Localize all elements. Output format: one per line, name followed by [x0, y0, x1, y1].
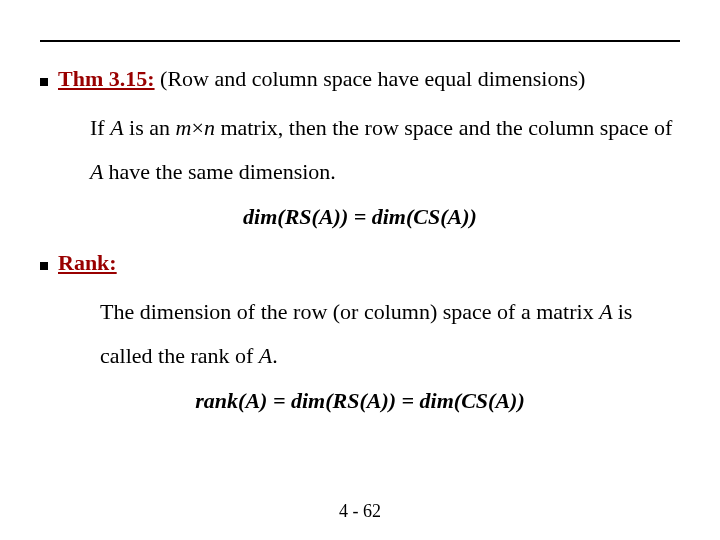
text: is an: [124, 115, 176, 140]
theorem-heading: Thm 3.15: (Row and column space have equ…: [58, 66, 585, 92]
theorem-label: Thm 3.15:: [58, 66, 155, 91]
theorem-heading-row: Thm 3.15: (Row and column space have equ…: [40, 66, 680, 92]
rank-equation: rank(A) = dim(RS(A)) = dim(CS(A)): [40, 388, 680, 414]
text: .: [272, 343, 278, 368]
horizontal-rule: [40, 40, 680, 42]
bullet-icon: [40, 262, 48, 270]
times-symbol: ×: [191, 115, 203, 140]
slide: Thm 3.15: (Row and column space have equ…: [0, 0, 720, 540]
bullet-icon: [40, 78, 48, 86]
text: matrix, then the row space and the colum…: [215, 115, 673, 140]
equation-text: dim(RS(A)) = dim(CS(A)): [243, 204, 477, 229]
theorem-body: If A is an m×n matrix, then the row spac…: [90, 106, 680, 194]
equation-text: rank(A) = dim(RS(A)) = dim(CS(A)): [195, 388, 524, 413]
page-number: 4 - 62: [339, 501, 381, 521]
rank-label: Rank:: [58, 250, 117, 275]
var-A: A: [90, 159, 109, 184]
text: have the same dimension.: [109, 159, 336, 184]
var-n: n: [204, 115, 215, 140]
rank-body: The dimension of the row (or column) spa…: [100, 290, 680, 378]
var-A: A: [110, 115, 123, 140]
theorem-equation: dim(RS(A)) = dim(CS(A)): [40, 204, 680, 230]
theorem-subtitle: (Row and column space have equal dimensi…: [155, 66, 586, 91]
rank-heading: Rank:: [58, 250, 117, 276]
var-A: A: [259, 343, 272, 368]
var-m: m: [176, 115, 192, 140]
rank-heading-row: Rank:: [40, 250, 680, 276]
text: The dimension of the row (or column) spa…: [100, 299, 599, 324]
slide-number: 4 - 62: [0, 501, 720, 522]
var-A: A: [599, 299, 618, 324]
text: If: [90, 115, 110, 140]
